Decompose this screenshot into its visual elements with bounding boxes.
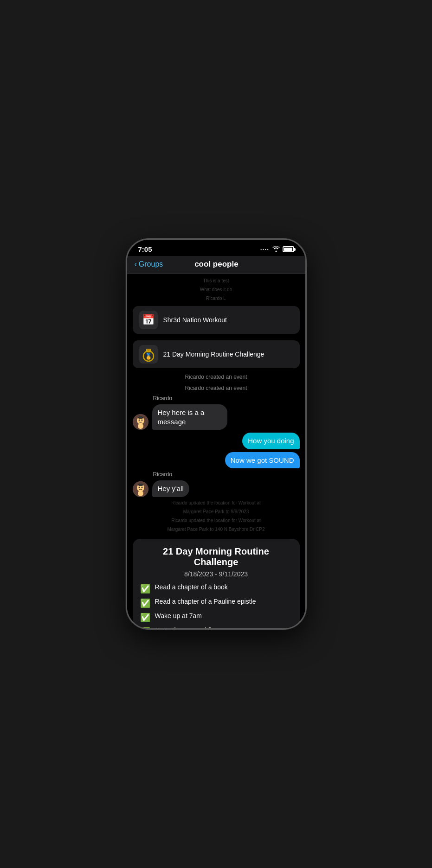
bubble-msg3: Now we got SOUND	[225, 452, 300, 469]
event-title-2: 21 Day Morning Routine Challenge	[163, 351, 264, 358]
svg-point-8	[138, 423, 143, 429]
msg-group-outgoing-2: Now we got SOUND	[133, 452, 300, 469]
task-text-3: Wake up at 7am	[155, 612, 202, 619]
sender-name-2: Ricardo	[153, 471, 172, 478]
svg-point-13	[141, 486, 142, 488]
wifi-icon	[272, 246, 280, 253]
svg-text:🥇: 🥇	[145, 352, 153, 360]
msg-row-1: Hey here is a a message	[133, 404, 240, 430]
chat-area[interactable]: This is a test What does it do Ricardo L…	[127, 274, 305, 628]
system-msg-top3: Ricardo L	[133, 295, 300, 301]
bg-sys-4: Margaret Pace Park to 140 N Bayshore Dr …	[133, 526, 300, 532]
svg-point-12	[138, 486, 140, 488]
event-card-2[interactable]: 🥇 21 Day Morning Routine Challenge	[133, 340, 300, 368]
challenge-dates: 8/18/2023 - 9/11/2023	[140, 570, 292, 578]
battery-icon	[283, 246, 294, 252]
svg-point-6	[138, 420, 140, 421]
event-card-1[interactable]: 📅 Shr3d Nation Workout	[133, 306, 300, 334]
challenge-title: 21 Day Morning Routine Challenge	[140, 546, 292, 568]
bg-sys-1: Ricardo updated the location for Workout…	[133, 500, 300, 506]
task-text-1: Read a chapter of a book	[155, 583, 228, 591]
task-item-1: ✅ Read a chapter of a book	[140, 583, 292, 594]
bg-sys-3: Ricardo updated the location for Workout…	[133, 517, 300, 523]
bg-sys-2: Margaret Pace Park to 9/9/2023	[133, 509, 300, 515]
back-button[interactable]: ‹ Groups	[135, 260, 163, 268]
check-icon-4: ✅	[140, 627, 150, 629]
svg-point-14	[138, 491, 143, 496]
system-created-1: Ricardo created an event	[133, 373, 300, 381]
back-label: Groups	[139, 260, 163, 268]
signal-icon: ••••	[260, 247, 269, 251]
task-text-2: Read a chapter of a Pauline epistle	[155, 598, 256, 605]
task-item-4: ✅ Go to the gym or bike	[140, 626, 292, 629]
page-title: cool people	[163, 260, 270, 269]
time-display: 7:05	[138, 245, 152, 253]
bubble-msg4: Hey y'all	[152, 480, 189, 497]
bubble-msg2: How you doing	[242, 433, 299, 449]
task-item-2: ✅ Read a chapter of a Pauline epistle	[140, 598, 292, 608]
msg-group-ricardo-2: Ricardo Hey y'all	[133, 471, 300, 497]
challenge-card[interactable]: 21 Day Morning Routine Challenge 8/18/20…	[133, 539, 300, 629]
avatar-ricardo-1	[133, 414, 148, 430]
calendar-icon: 📅	[139, 311, 158, 329]
check-icon-1: ✅	[140, 584, 150, 594]
bubble-msg1: Hey here is a a message	[152, 404, 227, 430]
check-icon-3: ✅	[140, 613, 150, 623]
msg-group-outgoing-1: How you doing	[133, 433, 300, 449]
system-msg-top1: This is a test	[133, 278, 300, 284]
svg-rect-9	[138, 416, 143, 419]
check-icon-2: ✅	[140, 598, 150, 608]
chevron-left-icon: ‹	[135, 260, 137, 268]
msg-row-2: Hey y'all	[133, 480, 189, 497]
task-text-4: Go to the gym or bike	[155, 626, 217, 629]
phone-frame: 7:05 •••• ‹ Groups cool people This is a	[126, 238, 307, 630]
system-created-2: Ricardo created an event	[133, 384, 300, 392]
svg-rect-15	[138, 484, 143, 486]
svg-point-7	[141, 420, 142, 421]
sender-name-1: Ricardo	[153, 395, 172, 402]
msg-group-ricardo-1: Ricardo Hey here is a a message	[133, 395, 300, 430]
medal-icon-event: 🥇	[139, 345, 158, 364]
task-item-3: ✅ Wake up at 7am	[140, 612, 292, 623]
avatar-ricardo-2	[133, 481, 148, 497]
status-icons: ••••	[260, 246, 294, 253]
nav-bar: ‹ Groups cool people	[127, 256, 305, 274]
status-bar: 7:05 ••••	[127, 240, 305, 256]
system-msg-top2: What does it do	[133, 287, 300, 293]
event-title-1: Shr3d Nation Workout	[163, 316, 227, 324]
